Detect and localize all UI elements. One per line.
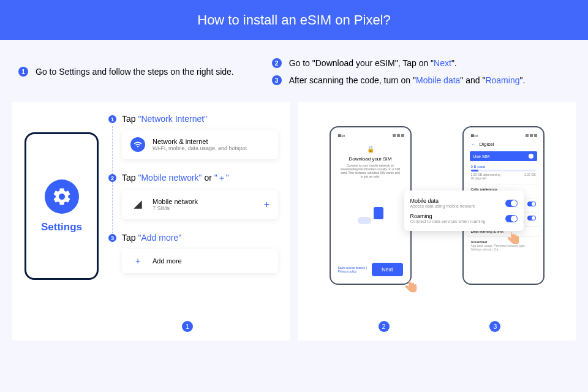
advanced-row[interactable]: AdvancedApp data usage, Preferred networ… [467, 236, 540, 254]
card-title: Network & internet [153, 138, 247, 145]
policy-links[interactable]: Scan source license | Privacy policy [338, 266, 372, 273]
data-progress [471, 170, 536, 172]
network-internet-card[interactable]: Network & internet Wi-Fi, mobile, data u… [122, 130, 278, 159]
steps-list: 1 Tap "Network Internet" Network & inter… [110, 114, 278, 328]
instruction-2-text: Go to "Download your eSIM", Tap on "Next… [289, 58, 457, 68]
hand-pointer-icon [505, 229, 521, 247]
card-subtitle: 7 SIMs [153, 205, 198, 211]
panel-settings: Settings 1 Tap "Network Internet" Networ… [12, 102, 290, 341]
overlay-toggles: Mobile data Access data using mobile net… [404, 190, 524, 231]
data-usage: 0 B used [471, 165, 536, 168]
step-3: 3 Tap "Add more" + Add more [110, 233, 278, 273]
instruction-1: 1 Go to Settings and follow the steps on… [18, 67, 234, 77]
instructions-right: 2 Go to "Download your eSIM", Tap on "Ne… [272, 58, 576, 92]
phone-download-wrapper: 9:30 🔒 Download your SIM Connect to your… [330, 126, 412, 285]
sim-graphic [338, 200, 403, 224]
badge-2: 2 [272, 58, 282, 68]
panels: Settings 1 Tap "Network Internet" Networ… [0, 102, 588, 341]
download-panel: 🔒 Download your SIM Connect to your mobi… [334, 140, 407, 230]
step-3-text: Tap "Add more" [122, 233, 278, 243]
badge-3: 3 [272, 75, 282, 85]
instructions: 1 Go to Settings and follow the steps on… [0, 40, 588, 102]
download-desc: Connect to your mobile network by downlo… [338, 164, 403, 178]
lock-icon: 🔒 [338, 146, 403, 153]
toggle-icon [505, 200, 518, 207]
toggle-icon [505, 215, 518, 222]
signal-icon [130, 197, 145, 212]
toggle-icon [527, 202, 536, 206]
instruction-1-text: Go to Settings and follow the steps on t… [36, 67, 234, 77]
page-title: How to install an eSIM on Pixel? [197, 12, 391, 28]
panel-2-badge-1: 2 [379, 321, 390, 332]
card-title: Add more [153, 257, 182, 265]
add-more-card[interactable]: + Add more [122, 249, 278, 273]
step-2-text: Tap "Mobile network" or "＋" [122, 173, 278, 184]
cloud-icon [358, 217, 371, 224]
instruction-3: 3 After scanning the code, turn on "Mobi… [272, 75, 576, 85]
header: How to install an eSIM on Pixel? [0, 0, 588, 40]
next-button[interactable]: Next [372, 263, 403, 276]
settings-label: Settings [41, 221, 82, 233]
panel-2-badge-2: 3 [489, 321, 500, 332]
card-title: Mobile network [153, 198, 198, 205]
panel-1-badge: 1 [182, 321, 193, 332]
phone-download: 9:30 🔒 Download your SIM Connect to your… [330, 126, 412, 285]
gear-icon [45, 179, 79, 214]
download-title: Download your SIM [338, 156, 403, 162]
badge-1: 1 [18, 67, 28, 77]
step-1: 1 Tap "Network Internet" Network & inter… [110, 114, 278, 159]
carrier-name: Digicel [480, 141, 494, 147]
phone-digicel-wrapper: 9:30 ← Digicel Use SIM 0 B used [462, 126, 545, 285]
hand-pointer-icon [403, 277, 419, 296]
mobile-network-card[interactable]: Mobile network 7 SIMs + [122, 190, 278, 219]
step-2: 2 Tap "Mobile network" or "＋" Mobile net… [110, 173, 278, 219]
step-1-badge: 1 [108, 115, 116, 123]
wifi-icon [130, 137, 145, 152]
phone-frame-settings: Settings [24, 132, 99, 280]
use-sim-row[interactable]: Use SIM [470, 151, 537, 161]
step-3-badge: 3 [108, 234, 116, 242]
add-icon: + [130, 256, 145, 266]
step-2-badge: 2 [108, 174, 116, 182]
plus-icon[interactable]: + [264, 199, 270, 210]
toggle-icon [527, 216, 536, 221]
step-1-text: Tap "Network Internet" [122, 114, 278, 124]
status-bar: 9:30 [467, 131, 540, 140]
usage-meta: 2.00 GB data warning30 days left 2.00 GB [471, 173, 536, 180]
digicel-header: ← Digicel [467, 140, 540, 149]
card-subtitle: Wi-Fi, mobile, data usage, and hotspot [153, 145, 247, 151]
status-bar: 9:30 [334, 131, 407, 140]
instruction-3-text: After scanning the code, turn on "Mobile… [289, 75, 526, 85]
overlay-roaming[interactable]: Roaming Connect to data services when ro… [410, 211, 518, 226]
toggle-on-icon [529, 154, 533, 159]
instructions-left: 1 Go to Settings and follow the steps on… [18, 58, 272, 92]
panel-phones: 9:30 🔒 Download your SIM Connect to your… [298, 102, 576, 341]
sim-chip-icon [374, 207, 383, 219]
instruction-2: 2 Go to "Download your eSIM", Tap on "Ne… [272, 58, 576, 68]
back-icon[interactable]: ← [471, 141, 476, 147]
overlay-mobile-data[interactable]: Mobile data Access data using mobile net… [410, 195, 518, 211]
